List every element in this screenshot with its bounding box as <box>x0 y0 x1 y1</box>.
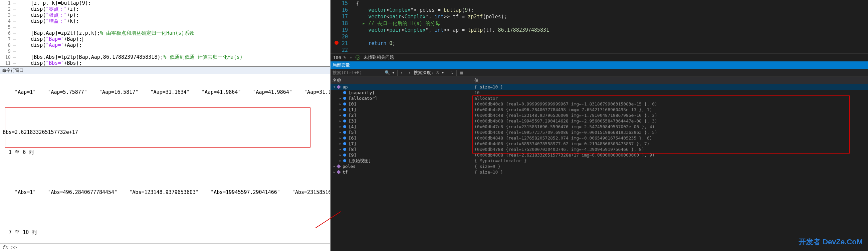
prompt: >> <box>11 244 17 250</box>
vs-pane: 1516171819202122 { vector<Complex*> pole… <box>331 0 868 251</box>
error-list-status: 100 % ▾ 未找到相关问题 <box>331 54 868 61</box>
nav-back-icon[interactable]: ← <box>399 70 406 75</box>
status-message: 未找到相关问题 <box>364 54 394 60</box>
var-name: [allocator] <box>348 95 377 101</box>
command-window-title: 命令行窗口 <box>0 67 330 74</box>
fx-icon: fx <box>2 244 8 250</box>
editor-line[interactable]: 10— [Bbs,Abs]=lp2lp(Bap,Aap,86.178823974… <box>0 54 330 60</box>
expand-icon[interactable]: ▹ <box>339 113 342 118</box>
expand-icon[interactable]: ▹ <box>339 135 342 141</box>
expand-icon[interactable]: ▹ <box>339 129 342 135</box>
var-name: [3] <box>348 118 356 124</box>
editor-line[interactable]: 1— [z, p, k]=buttap(9); <box>0 0 330 6</box>
expand-icon[interactable]: ▹ <box>339 95 342 101</box>
vs-code-line[interactable]: { <box>356 0 868 7</box>
expand-icon[interactable]: ▹ <box>339 124 342 129</box>
field-icon <box>342 153 347 157</box>
locals-grid-header: 名称 值 <box>331 77 868 84</box>
expand-icon[interactable]: ▹ <box>339 141 342 147</box>
editor-line[interactable]: 11— disp("Bbs="+Bbs); <box>0 60 330 66</box>
expand-icon[interactable]: ▹ <box>333 163 336 169</box>
var-value: {_Mypair=allocator } <box>472 158 868 163</box>
highlight-box-matlab <box>5 107 310 148</box>
zoom-level[interactable]: 100 % <box>333 55 346 60</box>
field-icon <box>342 108 347 112</box>
locals-grid[interactable]: ▿ap{ size=10 }[capacity]10▹[allocator]al… <box>331 84 868 251</box>
editor-line[interactable]: 6— [Bap,Aap]=zp2tf(z,p,k);% 由零极点和增益确定归一化… <box>0 30 330 36</box>
var-name: [8] <box>348 147 356 152</box>
cmd-line: 1 至 6 列 <box>3 149 328 156</box>
ok-icon <box>355 55 360 60</box>
vs-code-line[interactable]: ▸ // 去归一化后的 H(s) 的分母 <box>356 20 868 27</box>
command-window[interactable]: "Aap=1" "Aap=5.75877" "Aap=16.5817" "Aap… <box>0 74 330 243</box>
var-name: ap <box>343 84 348 90</box>
command-prompt-row[interactable]: fx >> <box>0 243 330 251</box>
field-icon <box>342 142 347 146</box>
breakpoint-icon[interactable] <box>335 41 339 45</box>
expand-icon[interactable]: ▹ <box>339 158 342 163</box>
field-icon <box>342 125 347 129</box>
field-icon <box>342 102 347 106</box>
expand-icon[interactable]: ▹ <box>339 147 342 152</box>
expand-icon[interactable]: ▹ <box>339 101 342 107</box>
variable-icon <box>336 85 341 89</box>
vs-code-line[interactable]: return 0; <box>356 40 868 47</box>
var-name: [1] <box>348 107 356 113</box>
search-input[interactable]: 搜索(Ctrl+E) <box>331 70 384 76</box>
expand-icon[interactable]: ▹ <box>339 152 342 158</box>
editor-line[interactable]: 9— <box>0 48 330 54</box>
var-name: [0] <box>348 101 356 107</box>
matlab-editor[interactable]: 1— [z, p, k]=buttap(9);2— disp("零点："+z);… <box>0 0 330 67</box>
header-name[interactable]: 名称 <box>331 77 472 84</box>
locals-search-row: 搜索(Ctrl+E) 🔍 ▾ ← → 搜索深度: 3 ▾ ⛬ ▦ <box>331 69 868 77</box>
watermark: 开发者 DevZe.CoM <box>799 237 863 247</box>
vs-code-line[interactable]: vector<pair<Complex*, int>> tf = zp2tf(p… <box>356 13 868 20</box>
depth-label: 搜索深度: <box>412 70 435 76</box>
var-value: { size=9 } <box>472 163 868 169</box>
columns-icon[interactable]: ▦ <box>458 70 465 75</box>
search-icon[interactable]: 🔍 <box>384 70 391 75</box>
editor-line[interactable]: 2— disp("零点："+z); <box>0 6 330 12</box>
matlab-pane: 1— [z, p, k]=buttap(9);2— disp("零点："+z);… <box>0 0 331 251</box>
locals-row[interactable]: ▹tf{ size=10 } <box>331 169 868 175</box>
filter-icon[interactable]: ⛬ <box>448 70 455 75</box>
var-value: { size=10 } <box>472 169 868 175</box>
locals-row[interactable]: [capacity]10 <box>331 90 868 95</box>
nav-fwd-icon[interactable]: → <box>406 70 412 75</box>
field-icon <box>342 96 347 100</box>
locals-row[interactable]: ▹poles{ size=9 } <box>331 163 868 169</box>
vs-code-editor[interactable]: 1516171819202122 { vector<Complex*> pole… <box>331 0 868 54</box>
locals-row[interactable]: ▿ap{ size=10 } <box>331 84 868 90</box>
variable-icon <box>336 164 341 168</box>
expand-icon[interactable]: ▹ <box>339 107 342 113</box>
editor-line[interactable]: 4— disp("增益："+k); <box>0 18 330 24</box>
header-value[interactable]: 值 <box>472 77 868 84</box>
vs-code-line[interactable] <box>356 33 868 40</box>
variable-icon <box>336 170 341 174</box>
var-name: [4] <box>348 124 356 129</box>
editor-line[interactable]: 8— disp("Aap="+Aap); <box>0 42 330 48</box>
locals-row[interactable]: ▹[原始视图]{_Mypair=allocator } <box>331 158 868 163</box>
editor-line[interactable]: 7— disp("Bap="+Bap); <box>0 36 330 42</box>
field-icon <box>342 91 347 95</box>
vs-code-line[interactable]: vector<Complex*> poles = buttap(9); <box>356 7 868 13</box>
editor-line[interactable]: 5— <box>0 24 330 30</box>
cmd-line: 7 至 10 列 <box>3 229 328 236</box>
var-name: [原始视图] <box>348 158 371 163</box>
var-name: [2] <box>348 113 356 118</box>
editor-line[interactable]: 3— disp("极点："+p); <box>0 12 330 18</box>
field-icon <box>342 136 347 140</box>
vs-code-line[interactable]: vector<pair<Complex*, int>> ap = lp2lp(t… <box>356 27 868 33</box>
cmd-line: "Abs=1" "Abs=496.2840677784454" "Abs=123… <box>3 189 328 196</box>
depth-value[interactable]: 3 <box>435 70 440 75</box>
expand-icon[interactable]: ▹ <box>333 169 336 175</box>
expand-icon[interactable]: ▿ <box>333 84 336 90</box>
var-name: tf <box>343 169 348 175</box>
vs-code-line[interactable] <box>356 47 868 54</box>
locals-panel-title: 局部变量 <box>331 61 868 69</box>
var-name: poles <box>343 163 355 169</box>
cmd-line: "Aap=1" "Aap=5.75877" "Aap=16.5817" "Aap… <box>3 89 328 95</box>
field-icon <box>342 114 347 118</box>
expand-icon[interactable]: ▹ <box>339 118 342 124</box>
var-name: [7] <box>348 141 356 147</box>
